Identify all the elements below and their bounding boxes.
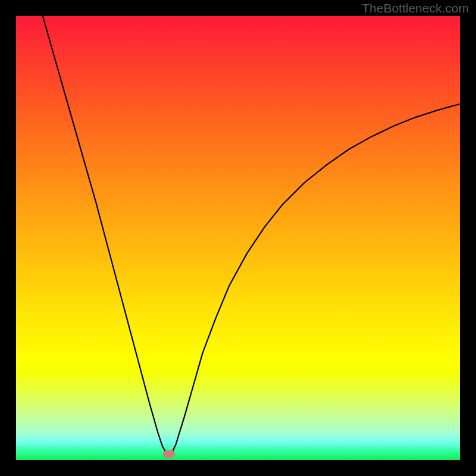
- bottleneck-curve: [16, 16, 460, 460]
- optimal-point-marker: [163, 450, 175, 458]
- attribution-watermark: TheBottleneck.com: [362, 1, 469, 15]
- chart-plot-area: [16, 16, 460, 460]
